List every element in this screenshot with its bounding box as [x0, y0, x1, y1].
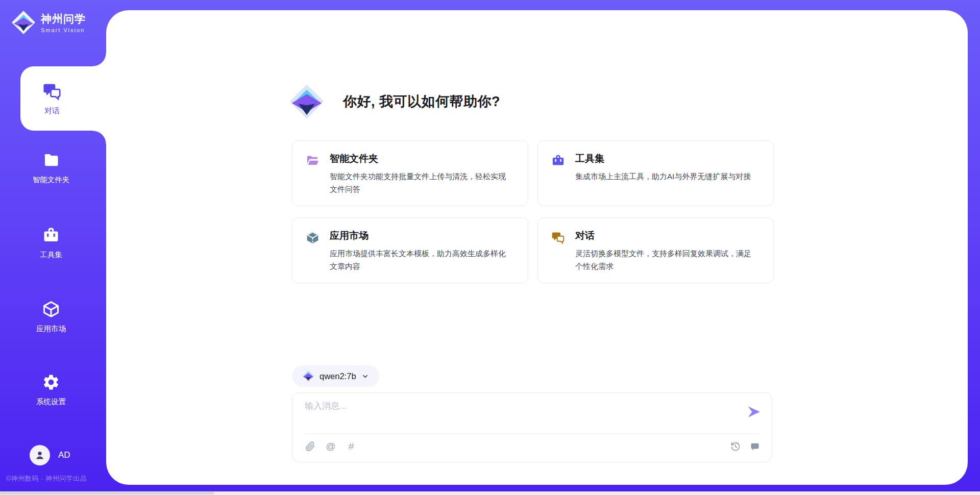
chevron-down-icon — [361, 373, 369, 380]
paperclip-icon — [305, 441, 315, 452]
sidebar-item-chat[interactable]: 对话 — [20, 66, 106, 131]
at-icon: @ — [326, 441, 335, 452]
app-logo: 神州问学 Smart Vision — [11, 10, 86, 35]
sidebar-item-label: 应用市场 — [36, 324, 66, 334]
message-composer: @ # — [292, 392, 772, 462]
user-account[interactable]: AD — [30, 445, 70, 465]
card-chat[interactable]: 对话 灵活切换多模型文件，支持多样回复效果调试，满足个性化需求 — [537, 217, 774, 283]
brand-diamond-icon — [289, 84, 325, 119]
avatar — [30, 445, 50, 465]
sidebar-item-label: 智能文件夹 — [33, 175, 70, 185]
card-title: 对话 — [575, 229, 761, 242]
chat-bubbles-icon — [551, 231, 565, 244]
folder-icon — [42, 151, 60, 169]
model-selector[interactable]: qwen2:7b — [292, 365, 379, 387]
card-description: 应用市场提供丰富长文本模板，助力高效生成多样化文章内容 — [330, 247, 516, 273]
send-button[interactable] — [746, 404, 762, 419]
greeting-text: 你好, 我可以如何帮助你? — [343, 92, 500, 111]
message-input[interactable] — [305, 400, 744, 430]
topic-button[interactable]: # — [346, 441, 357, 452]
attach-file-button[interactable] — [305, 441, 316, 452]
horizontal-scrollbar[interactable] — [0, 491, 980, 495]
card-title: 应用市场 — [330, 229, 516, 242]
app-title: 神州问学 — [41, 12, 86, 26]
history-icon — [730, 441, 741, 452]
send-icon — [746, 404, 762, 419]
card-description: 智能文件夹功能支持批量文件上传与清洗，轻松实现文件问答 — [330, 170, 516, 195]
card-toolset[interactable]: 工具集 集成市场上主流工具，助力AI与外界无缝扩展与对接 — [537, 140, 774, 206]
user-name: AD — [58, 450, 70, 460]
person-icon — [34, 449, 46, 461]
composer-divider — [305, 433, 760, 434]
hash-icon: # — [349, 441, 354, 452]
cube-icon — [306, 231, 320, 244]
gear-icon — [42, 373, 60, 391]
scrollbar-thumb[interactable] — [0, 492, 214, 494]
new-chat-button[interactable] — [749, 441, 761, 452]
hero: 你好, 我可以如何帮助你? — [289, 84, 500, 119]
card-title: 工具集 — [575, 152, 756, 165]
folder-open-icon — [306, 154, 320, 167]
chat-bubbles-icon — [42, 82, 62, 101]
brand-diamond-icon — [11, 10, 36, 35]
sidebar-item-smart-folder[interactable]: 智能文件夹 — [0, 151, 102, 185]
sidebar-item-label: 对话 — [44, 106, 60, 116]
copyright-text: ©神州数码 · 神州问学出品 — [6, 474, 87, 483]
sidebar-item-toolset[interactable]: 工具集 — [0, 226, 102, 260]
card-title: 智能文件夹 — [330, 152, 516, 165]
model-name: qwen2:7b — [320, 372, 356, 381]
sidebar-item-settings[interactable]: 系统设置 — [0, 373, 102, 407]
mention-button[interactable]: @ — [325, 441, 336, 452]
card-description: 灵活切换多模型文件，支持多样回复效果调试，满足个性化需求 — [575, 247, 761, 273]
main-content-panel: 你好, 我可以如何帮助你? 智能文件夹 智能文件夹功能支持批量文件上传与清洗，轻… — [106, 10, 968, 485]
feature-cards: 智能文件夹 智能文件夹功能支持批量文件上传与清洗，轻松实现文件问答 工具集 集成… — [292, 140, 774, 283]
card-description: 集成市场上主流工具，助力AI与外界无缝扩展与对接 — [575, 170, 756, 183]
sidebar-item-label: 系统设置 — [36, 397, 66, 407]
briefcase-icon — [551, 154, 565, 167]
sidebar-item-app-market[interactable]: 应用市场 — [0, 300, 102, 334]
sidebar-item-label: 工具集 — [40, 250, 62, 260]
app-tagline: Smart Vision — [41, 27, 86, 33]
cube-icon — [42, 300, 60, 318]
model-logo-icon — [302, 370, 314, 382]
chat-icon — [750, 441, 760, 452]
history-button[interactable] — [730, 441, 741, 452]
card-smart-folder[interactable]: 智能文件夹 智能文件夹功能支持批量文件上传与清洗，轻松实现文件问答 — [292, 140, 528, 206]
card-app-market[interactable]: 应用市场 应用市场提供丰富长文本模板，助力高效生成多样化文章内容 — [292, 217, 528, 283]
sidebar: 神州问学 Smart Vision 对话 智能文件夹 工具集 应用市场 — [0, 0, 106, 495]
briefcase-icon — [42, 226, 60, 244]
